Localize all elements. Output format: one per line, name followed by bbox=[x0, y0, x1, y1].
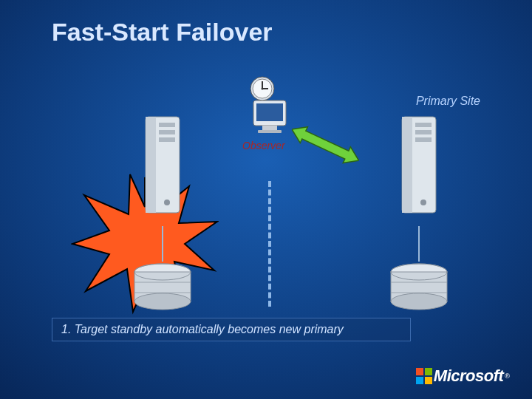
svg-rect-37 bbox=[416, 377, 423, 384]
svg-rect-27 bbox=[415, 137, 432, 142]
logo-text: Microsoft bbox=[434, 366, 504, 386]
svg-rect-38 bbox=[425, 377, 432, 384]
disk-stack-icon bbox=[382, 262, 456, 313]
svg-marker-9 bbox=[288, 121, 363, 168]
new-primary-system bbox=[367, 112, 471, 316]
slide-title: Fast-Start Failover bbox=[52, 18, 273, 47]
microsoft-logo: Microsoft ® bbox=[416, 366, 510, 386]
caption-step: 1. Target standby automatically becomes … bbox=[52, 318, 411, 341]
connector-line bbox=[418, 226, 420, 262]
svg-rect-15 bbox=[159, 137, 175, 142]
observer-node bbox=[233, 72, 299, 139]
connector-line bbox=[162, 226, 163, 262]
site-divider bbox=[268, 181, 271, 307]
svg-rect-24 bbox=[402, 117, 412, 213]
svg-rect-7 bbox=[262, 126, 277, 130]
svg-rect-26 bbox=[415, 130, 432, 134]
windows-flag-icon bbox=[416, 368, 432, 384]
svg-rect-36 bbox=[425, 368, 432, 375]
svg-rect-12 bbox=[146, 117, 156, 213]
svg-point-31 bbox=[391, 293, 447, 310]
observer-icon bbox=[233, 72, 299, 139]
server-tower-icon bbox=[386, 112, 452, 223]
svg-point-16 bbox=[164, 200, 170, 205]
svg-rect-6 bbox=[256, 103, 283, 121]
svg-point-4 bbox=[262, 88, 264, 90]
svg-point-28 bbox=[420, 200, 426, 205]
svg-rect-13 bbox=[159, 123, 175, 127]
failed-primary-system bbox=[111, 112, 214, 316]
disk-stack-icon bbox=[126, 262, 200, 313]
svg-rect-35 bbox=[416, 368, 423, 375]
server-tower-icon bbox=[129, 112, 196, 223]
svg-rect-14 bbox=[159, 130, 175, 134]
svg-point-19 bbox=[134, 293, 191, 310]
primary-site-label: Primary Site bbox=[416, 95, 480, 108]
observer-label: Observer bbox=[242, 140, 285, 151]
svg-rect-25 bbox=[415, 123, 432, 127]
registered-mark: ® bbox=[505, 372, 510, 380]
svg-rect-8 bbox=[258, 130, 282, 133]
